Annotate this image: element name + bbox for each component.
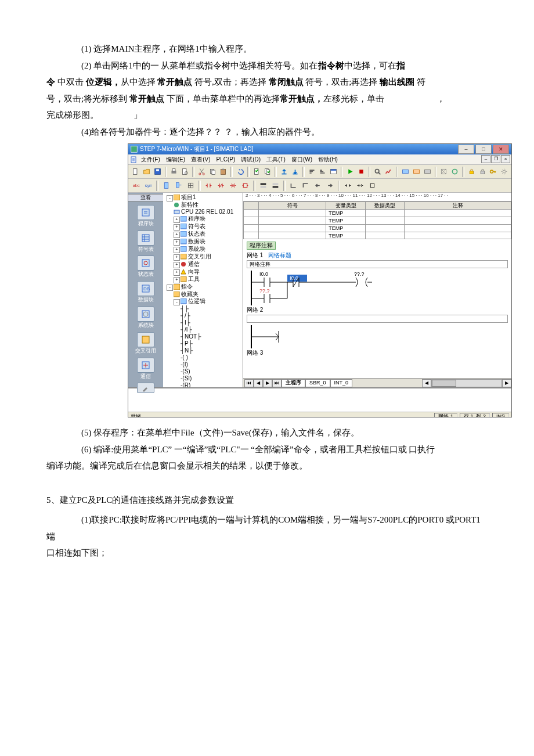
- nav-data-block[interactable]: DB数据块: [134, 281, 158, 303]
- chart-icon[interactable]: [384, 166, 394, 177]
- expand-icon[interactable]: -: [167, 195, 173, 201]
- cut-icon[interactable]: [197, 166, 207, 177]
- grid-icon[interactable]: [185, 180, 196, 191]
- network-2-comment[interactable]: [247, 315, 508, 323]
- bookmark-next-icon[interactable]: [173, 180, 184, 191]
- status-icon[interactable]: [400, 166, 410, 177]
- tree-contact-ni[interactable]: ┤/I├: [179, 326, 243, 333]
- doc-minimize-button[interactable]: –: [481, 155, 490, 163]
- menu-edit[interactable]: 编辑(E): [164, 156, 187, 163]
- key-icon[interactable]: [488, 166, 498, 177]
- toggle1-icon[interactable]: abc: [131, 180, 142, 191]
- upload-icon[interactable]: [279, 166, 289, 177]
- monitor-icon[interactable]: [373, 166, 383, 177]
- insert-box-icon[interactable]: [367, 180, 378, 191]
- force-icon[interactable]: [412, 166, 421, 177]
- program-comment-label[interactable]: 程序注释: [247, 242, 276, 250]
- instruction-tree[interactable]: -项目1 新特性 CPU 226 REL 02.01 +程序块 +符号表 +状态…: [163, 193, 243, 387]
- options-icon[interactable]: [329, 166, 338, 177]
- lock2-icon[interactable]: [478, 166, 488, 177]
- contact-nc-icon[interactable]: [215, 180, 226, 191]
- new-icon[interactable]: [131, 166, 140, 177]
- close-button[interactable]: ✕: [493, 145, 509, 154]
- table-row[interactable]: TEMP: [244, 232, 511, 240]
- lock-icon[interactable]: [467, 166, 477, 177]
- ref-icon[interactable]: [439, 166, 449, 177]
- preview-icon[interactable]: [180, 166, 190, 177]
- undo-icon[interactable]: [235, 166, 245, 177]
- nav-tools[interactable]: 工具: [134, 383, 158, 400]
- tree-p[interactable]: ┤P├: [179, 340, 243, 347]
- table-row[interactable]: TEMP: [244, 210, 511, 217]
- ladder-rung-1[interactable]: I0.0 I0.0 ??.?: [247, 271, 409, 305]
- save-icon[interactable]: [153, 166, 163, 177]
- nav-symbol-table[interactable]: 符号表: [134, 231, 158, 253]
- tab-prev-button[interactable]: ◀: [254, 379, 263, 387]
- menu-help[interactable]: 帮助(H): [316, 156, 340, 163]
- menu-plc[interactable]: PLC(P): [214, 156, 237, 163]
- menu-file[interactable]: 文件(F): [139, 156, 163, 163]
- sort-asc-icon[interactable]: [307, 166, 317, 177]
- tree-coil-r[interactable]: -(R): [179, 382, 243, 387]
- toggle2-icon[interactable]: sym: [143, 180, 154, 191]
- insert-coil-icon[interactable]: [355, 180, 366, 191]
- tree-contact-nc[interactable]: ┤/├: [179, 312, 243, 319]
- compile-icon[interactable]: [252, 166, 262, 177]
- tab-int0[interactable]: INT_0: [330, 379, 353, 387]
- net-insert-icon[interactable]: [258, 180, 269, 191]
- line-left-icon[interactable]: [312, 180, 323, 191]
- menu-window[interactable]: 窗口(W): [289, 156, 315, 163]
- sort-desc-icon[interactable]: [318, 166, 328, 177]
- nav-program-block[interactable]: 程序块: [134, 205, 158, 227]
- coil-icon[interactable]: [228, 180, 239, 191]
- tree-coil-s[interactable]: -(S): [179, 368, 243, 375]
- print-icon[interactable]: [169, 166, 179, 177]
- menu-view[interactable]: 查看(V): [189, 156, 212, 163]
- nav-status-chart[interactable]: 状态表: [134, 255, 158, 278]
- paste-icon[interactable]: [219, 166, 229, 177]
- doc-close-button[interactable]: ×: [501, 155, 510, 163]
- line-down-icon[interactable]: [288, 180, 299, 191]
- tab-main[interactable]: 主程序: [282, 379, 305, 387]
- tree-contact-no[interactable]: ┤├: [179, 305, 243, 312]
- tab-last-button[interactable]: ⏭: [272, 379, 282, 387]
- tree-not[interactable]: ┤NOT├: [179, 333, 243, 340]
- output-window[interactable]: [128, 387, 511, 412]
- stop-icon[interactable]: [356, 166, 366, 177]
- ladder-area[interactable]: 程序注释 网络 1 网络标题 网络注释 I0.0 I0.0: [243, 239, 511, 378]
- unforce-icon[interactable]: [423, 166, 432, 177]
- maximize-button[interactable]: □: [475, 145, 492, 154]
- tab-next-button[interactable]: ▶: [263, 379, 272, 387]
- ladder-rung-2[interactable]: [247, 325, 409, 348]
- tab-sbr0[interactable]: SBR_0: [305, 379, 330, 387]
- elem-icon[interactable]: [450, 166, 460, 177]
- net-delete-icon[interactable]: [270, 180, 281, 191]
- line-right-icon[interactable]: [324, 180, 335, 191]
- gear-icon[interactable]: [499, 166, 509, 177]
- minimize-button[interactable]: –: [458, 145, 474, 154]
- run-icon[interactable]: [345, 166, 355, 177]
- table-row[interactable]: TEMP: [244, 225, 511, 232]
- doc-restore-button[interactable]: ❐: [491, 155, 500, 163]
- tree-n[interactable]: ┤N├: [179, 347, 243, 354]
- menu-debug[interactable]: 调试(D): [239, 156, 263, 163]
- compile-all-icon[interactable]: [263, 166, 273, 177]
- local-variable-table[interactable]: 符号 变量类型 数据类型 注释 TEMP TEMP TEMP TEMP: [243, 201, 511, 239]
- horizontal-scrollbar[interactable]: ◀ ▶: [422, 379, 511, 387]
- bookmark-icon[interactable]: [161, 180, 172, 191]
- tree-contact-i[interactable]: ┤I├: [179, 319, 243, 326]
- tree-coil[interactable]: -( ): [179, 354, 243, 361]
- insert-contact-icon[interactable]: [342, 180, 353, 191]
- tree-coil-si[interactable]: -(SI): [179, 375, 243, 382]
- open-icon[interactable]: [142, 166, 151, 177]
- window-titlebar[interactable]: STEP 7-Micro/WIN - 项目1 - [SIMATIC LAD] –…: [128, 144, 511, 154]
- box-icon[interactable]: [240, 180, 251, 191]
- nav-communications[interactable]: 通信: [134, 358, 158, 380]
- table-row[interactable]: TEMP: [244, 217, 511, 225]
- tab-first-button[interactable]: ⏮: [244, 379, 254, 387]
- network-comment[interactable]: 网络注释: [247, 260, 508, 268]
- line-up-icon[interactable]: [300, 180, 311, 191]
- nav-system-block[interactable]: 系统块: [134, 307, 158, 329]
- contact-no-icon[interactable]: [203, 180, 214, 191]
- nav-cross-ref[interactable]: 交叉引用: [134, 332, 158, 354]
